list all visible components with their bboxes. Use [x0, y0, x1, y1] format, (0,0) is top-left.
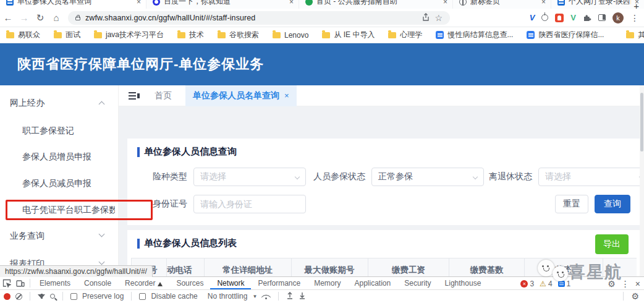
bookmark-item[interactable]: 面试 — [54, 30, 80, 40]
scrollbar-thumb[interactable] — [640, 93, 643, 152]
devtools-tab[interactable]: Sources — [169, 277, 210, 289]
clear-icon[interactable] — [15, 293, 22, 300]
sidebar-item[interactable]: 网上经办 — [10, 96, 109, 109]
tab-close-icon[interactable]: × — [289, 0, 294, 6]
record-icon[interactable] — [4, 293, 11, 300]
bookmark-folder-icon — [626, 32, 634, 38]
sidebar-item[interactable]: 业务查询 — [10, 229, 109, 242]
disable-cache-label[interactable]: Disable cache — [151, 292, 197, 301]
devtools-tab[interactable]: Memory — [307, 277, 347, 289]
menu-fold-icon[interactable] — [129, 92, 140, 100]
bookmark-item[interactable]: 从 IE 中导入 — [322, 30, 375, 40]
throttling-dropdown[interactable]: No throttling — [208, 292, 248, 301]
tab-close-icon[interactable]: × — [137, 0, 141, 6]
id-number-input[interactable] — [193, 195, 306, 213]
forward-icon[interactable]: → — [16, 10, 32, 26]
devtools-tab[interactable]: Console — [77, 277, 118, 289]
browser-tab[interactable]: 百度一下，你就知道 × — [146, 0, 299, 9]
devtools-tab[interactable]: Lighthouse — [438, 277, 488, 289]
home-icon[interactable]: ⌂ — [48, 10, 64, 26]
browser-tab[interactable]: 单位参保人员名单查询 × — [0, 0, 146, 9]
search-icon[interactable] — [50, 294, 55, 299]
sidebar: 网上经办 职工参保登记 参保人员增员申报 参保人员减员申报 — [0, 85, 119, 277]
devtools-tab[interactable]: Security — [397, 277, 438, 289]
share-icon[interactable] — [421, 13, 430, 22]
bookmark-item[interactable]: 心理学 — [388, 30, 422, 40]
devtools-tab[interactable]: Application — [348, 277, 398, 289]
insured-status-select[interactable]: 正常参保 — [371, 168, 484, 186]
browser-tab-strip: 单位参保人员名单查询 × 百度一下，你就知道 × 首页 - 公共服务指南自助 × — [0, 0, 644, 9]
network-settings-gear-icon[interactable]: ⚙ — [631, 292, 639, 301]
import-har-icon[interactable] — [286, 291, 294, 301]
red-extension-icon[interactable] — [555, 14, 564, 22]
insurance-type-select[interactable]: 请选择 — [193, 168, 306, 186]
reload-icon[interactable]: ↻ — [32, 10, 48, 26]
query-button[interactable]: 查询 — [595, 195, 630, 213]
retire-status-select[interactable]: 请选择 — [538, 168, 644, 186]
tab-favicon-icon — [459, 0, 467, 6]
devtools-tab-row: Elements Console Recorder Sources — [0, 277, 644, 290]
side-panel-icon[interactable] — [598, 14, 606, 21]
network-conditions-icon[interactable] — [262, 293, 271, 300]
devtools-tab[interactable]: Elements — [33, 277, 77, 289]
extensions-puzzle-icon[interactable] — [583, 13, 591, 23]
chevron-icon — [99, 101, 105, 108]
browser-tab[interactable]: 个人网厅登录-陕西医保 × — [551, 0, 644, 9]
sidebar-item[interactable]: 参保人员减员申报 — [22, 177, 115, 189]
power-extension-icon[interactable] — [541, 14, 548, 21]
devtools-menu-icon[interactable]: ⋮ — [621, 280, 630, 288]
url-text[interactable]: zwfw.shaanxi.gov.cn/ggfw/hallUnit/#/staf… — [85, 14, 255, 22]
devtools-tab[interactable]: Performance — [251, 277, 307, 289]
bookmark-label: Lenovo — [284, 31, 308, 40]
warning-badge[interactable]: ⚠ 4 — [540, 280, 552, 288]
tab-home[interactable]: 首页 — [155, 90, 172, 101]
devtools-settings-icon[interactable]: ⚙ — [608, 280, 616, 288]
bookmark-item[interactable]: 慢性病结算信息查... — [436, 30, 513, 40]
disable-cache-checkbox[interactable] — [139, 293, 146, 300]
bookmark-item[interactable]: Lenovo — [273, 31, 308, 40]
tab-close-icon[interactable]: × — [284, 91, 289, 100]
preserve-log-checkbox[interactable] — [70, 293, 77, 300]
devtools-tab[interactable]: Network — [210, 277, 251, 289]
column-header-label: 缴费基数 — [470, 265, 504, 276]
new-tab-icon[interactable]: + — [633, 1, 639, 9]
dropdown-caret-icon[interactable]: ▼ — [252, 294, 257, 299]
bookmark-item[interactable]: 易联众 — [6, 30, 40, 40]
export-har-icon[interactable] — [299, 291, 306, 301]
bookmark-item[interactable]: 陕西省医疗保障信... — [527, 30, 604, 40]
devtools-tab-label: Recorder — [125, 279, 155, 288]
sidebar-item-label: 参保人员减员申报 — [22, 178, 91, 188]
devtools-tab[interactable]: Recorder — [118, 277, 169, 289]
issues-badge[interactable]: 1 — [558, 280, 571, 288]
devtools-close-icon[interactable]: × — [635, 280, 640, 288]
query-card: 单位参保人员信息查询 险种类型 请选择 人员参保状态 正常参保 离退休状态 — [127, 139, 640, 225]
sidebar-item[interactable]: 职工参保登记 — [22, 124, 115, 137]
tab-close-icon[interactable]: × — [541, 0, 546, 6]
other-bookmarks[interactable]: 其他书签 — [626, 30, 644, 40]
bookmark-star-icon[interactable]: ☆ — [434, 14, 443, 22]
tab-close-icon[interactable]: × — [443, 0, 447, 6]
profile-avatar[interactable]: k — [612, 12, 624, 23]
device-toolbar-icon[interactable] — [14, 280, 27, 288]
tab-staff-insured-query[interactable]: 单位参保人员名单查询 × — [185, 85, 297, 106]
preserve-log-label[interactable]: Preserve log — [82, 292, 124, 301]
filter-icon[interactable] — [38, 294, 45, 299]
sidebar-item[interactable]: 参保人员增员申报 — [22, 150, 115, 163]
error-badge[interactable]: × 3 — [520, 280, 534, 288]
bookmark-item[interactable]: 谷歌搜索 — [218, 30, 259, 40]
browser-menu-icon[interactable]: ⋮ — [630, 14, 639, 22]
idm-extension-icon[interactable]: V — [530, 13, 535, 22]
inspect-element-icon[interactable] — [0, 279, 14, 288]
column-header-label: 缴费工资 — [392, 265, 425, 276]
vue-devtools-icon[interactable]: V — [570, 13, 576, 22]
export-button[interactable]: 导出 — [595, 234, 629, 254]
content-scrollbar[interactable] — [640, 85, 644, 277]
bookmark-item[interactable]: java技术学习平台 — [94, 30, 164, 40]
bookmark-label: 面试 — [66, 30, 80, 40]
bookmark-item[interactable]: 技术 — [177, 30, 204, 40]
browser-tab[interactable]: 首页 - 公共服务指南自助 × — [299, 0, 452, 9]
browser-tab[interactable]: 新标签页 × — [453, 0, 551, 9]
back-icon[interactable]: ← — [0, 10, 16, 26]
reset-button[interactable]: 重置 — [555, 195, 588, 213]
address-bar[interactable]: zwfw.shaanxi.gov.cn/ggfw/hallUnit/#/staf… — [68, 11, 450, 25]
